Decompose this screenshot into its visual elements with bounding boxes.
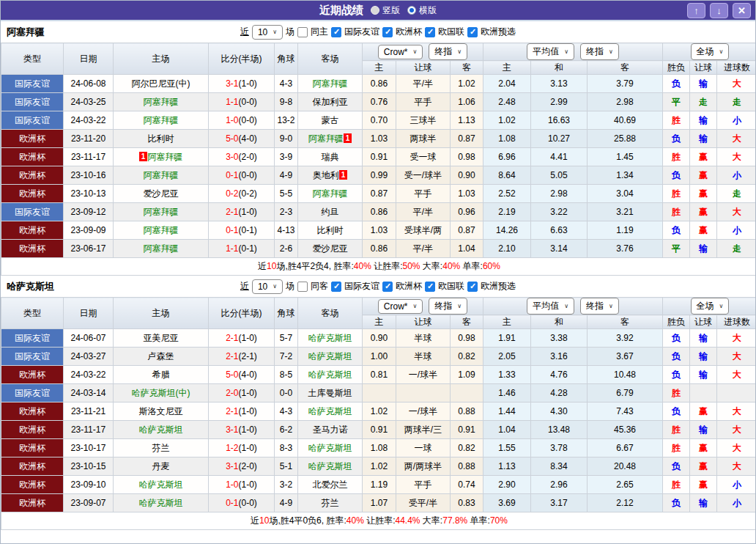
- date-cell: 23-10-16: [64, 166, 114, 185]
- average-select[interactable]: 平均值∨: [527, 43, 574, 60]
- result-goals: 大: [717, 421, 756, 439]
- fulltime-score: 1-0: [226, 479, 238, 490]
- team-label: 瑞典: [322, 152, 339, 162]
- move-down-button[interactable]: ↓: [710, 3, 728, 18]
- result-outcome: 平: [663, 93, 690, 111]
- score-cell: 5-0(4-0): [209, 366, 275, 384]
- score-cell: 2-1(1-0): [209, 203, 275, 221]
- away-team-cell: 哈萨克斯坦: [298, 329, 363, 348]
- games-count-select[interactable]: 10∨: [252, 25, 283, 40]
- final-odds-select-2[interactable]: 终指∨: [580, 298, 619, 315]
- same-venue-checkbox[interactable]: [297, 282, 308, 292]
- corner-cell: 3-9: [275, 148, 298, 166]
- layout-radio-vertical[interactable]: 竖版: [371, 4, 400, 17]
- result-outcome: 负: [663, 166, 690, 185]
- fulltime-select[interactable]: 全场∨: [691, 298, 730, 315]
- away-team-cell: 哈萨克斯坦: [298, 366, 363, 384]
- sub-column-header: 主: [483, 315, 531, 329]
- odds-company-select[interactable]: Crow*∨: [378, 45, 423, 59]
- team-label: 阿塞拜疆: [144, 243, 179, 254]
- league-checkbox-2[interactable]: [382, 282, 393, 292]
- final-odds-select[interactable]: 终指∨: [429, 43, 467, 60]
- result-goals: 走: [717, 185, 756, 203]
- result-handicap: 输: [690, 111, 717, 130]
- league-checkbox-4[interactable]: [467, 27, 478, 37]
- league-checkbox-1[interactable]: [331, 27, 341, 37]
- team-name: 阿塞拜疆: [7, 26, 45, 39]
- layout-radio-horizontal[interactable]: 横版: [407, 4, 437, 17]
- halftime-score: (0-0): [239, 115, 257, 125]
- league-checkbox-3[interactable]: [425, 27, 435, 37]
- match-row: 欧洲杯23-10-15丹麦3-1(2-0)5-1哈萨克斯坦1.02两/两球半0.…: [1, 457, 756, 476]
- average-select[interactable]: 平均值∨: [527, 298, 574, 315]
- sub-column-header: 和: [531, 61, 588, 75]
- summary-segment: 70%: [490, 515, 508, 526]
- chevron-down-icon: ∨: [719, 303, 724, 309]
- team-label: 圣马力诺: [313, 424, 348, 435]
- crow-home-odds: 0.70: [363, 111, 396, 130]
- corner-cell: 7-2: [275, 348, 298, 366]
- avg-home-odds: 2.48: [483, 93, 531, 111]
- crow-away-odds: 1.02: [451, 75, 483, 93]
- league-checkbox-3[interactable]: [425, 282, 435, 292]
- league-checkbox-2[interactable]: [382, 27, 393, 37]
- result-handicap: 赢: [690, 166, 717, 185]
- avg-draw-odds: 4.28: [531, 384, 588, 403]
- crow-home-odds: 1.08: [363, 439, 396, 457]
- games-count-select[interactable]: 10∨: [252, 279, 283, 294]
- same-venue-checkbox[interactable]: [297, 27, 308, 37]
- team-label: 阿塞拜疆: [308, 133, 344, 144]
- avg-home-odds: 1.55: [483, 439, 531, 457]
- section-header: 阿塞拜疆近10∨场同主国际友谊欧洲杯欧国联欧洲预选: [1, 21, 755, 43]
- move-up-button[interactable]: ↑: [687, 3, 705, 18]
- result-handicap: 输: [690, 240, 717, 258]
- summary-segment: 大率:: [420, 515, 443, 526]
- chevron-down-icon: ∨: [609, 48, 613, 55]
- handicap-cell: 一/球半: [396, 403, 451, 421]
- type-cell: 国际友谊: [1, 329, 64, 348]
- team-label: 丹麦: [152, 461, 170, 471]
- league-checkbox-4[interactable]: [467, 282, 478, 292]
- corner-cell: 2-6: [275, 240, 298, 258]
- chevron-down-icon: ∨: [273, 29, 277, 35]
- halftime-score: (2-1): [239, 351, 257, 361]
- handicap-cell: 平/半: [396, 75, 451, 93]
- date-cell: 24-06-07: [64, 329, 114, 348]
- chevron-down-icon: ∨: [719, 48, 724, 55]
- summary-row: 近10场,胜4平0负6, 胜率:40% 让胜率:44.4% 大率:77.8% 单…: [1, 512, 756, 530]
- league-checkbox-1[interactable]: [331, 282, 341, 292]
- score-cell: 2-1(1-0): [209, 403, 275, 421]
- result-handicap: 赢: [690, 203, 717, 221]
- final-odds-select-2[interactable]: 终指∨: [580, 43, 619, 60]
- date-cell: 23-09-10: [64, 476, 114, 494]
- crow-away-odds: 0.98: [451, 329, 483, 348]
- away-team-cell: 保加利亚: [298, 93, 363, 111]
- score-cell: 2-1(2-1): [209, 348, 275, 366]
- final-odds-select[interactable]: 终指∨: [429, 298, 467, 315]
- summary-segment: 40%: [346, 515, 364, 526]
- same-venue-label: 同主: [311, 26, 328, 38]
- avg-away-odds: 45.36: [588, 421, 663, 439]
- radio-vertical-label: 竖版: [382, 4, 400, 17]
- crow-home-odds: 1.03: [363, 221, 396, 240]
- odds-company-select[interactable]: Crow*∨: [378, 299, 423, 314]
- result-goals: 大: [717, 366, 756, 384]
- header-row-groups: 类型日期主场比分(半场)角球客场Crow*∨终指∨平均值∨终指∨全场∨: [1, 298, 756, 315]
- fulltime-select[interactable]: 全场∨: [691, 43, 730, 60]
- corner-cell: 8-3: [275, 439, 298, 457]
- recent-label[interactable]: 近: [240, 280, 249, 293]
- away-team-cell: 奥地利1: [298, 166, 363, 185]
- corner-cell: 3-2: [275, 476, 298, 494]
- summary-cell: 近10场,胜4平2负4, 胜率:40% 让胜率:50% 大率:40% 单率:60…: [1, 258, 756, 276]
- type-cell: 欧洲杯: [1, 166, 64, 185]
- close-button[interactable]: ✕: [733, 3, 751, 18]
- crow-away-odds: 0.88: [451, 457, 483, 476]
- type-cell: 欧洲杯: [1, 439, 64, 457]
- recent-label[interactable]: 近: [240, 26, 249, 38]
- filter-bar: 近10∨场同主国际友谊欧洲杯欧国联欧洲预选: [1, 25, 755, 40]
- chevron-down-icon: ∨: [564, 48, 568, 55]
- match-row: 国际友谊24-03-25阿塞拜疆1-1(0-0)9-8保加利亚0.76平手1.0…: [1, 93, 756, 111]
- team-label: 哈萨克斯坦: [308, 461, 352, 471]
- crow-away-odds: 0.90: [451, 166, 483, 185]
- type-cell: 欧洲杯: [1, 221, 64, 240]
